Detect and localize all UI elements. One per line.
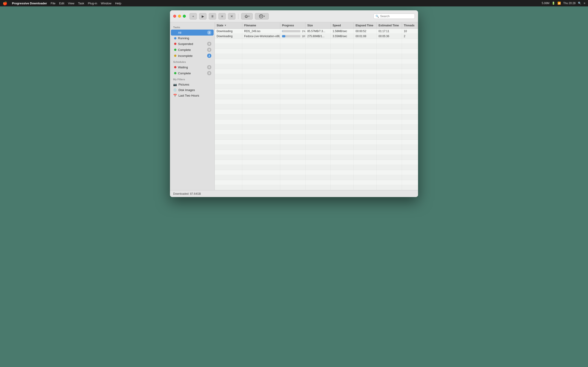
list-button[interactable]: ≡ bbox=[218, 13, 226, 19]
pause-button[interactable]: ⏸ bbox=[209, 13, 216, 19]
menu-edit[interactable]: Edit bbox=[59, 2, 64, 5]
progress-header-label: Progress bbox=[282, 24, 294, 27]
menu-task[interactable]: Task bbox=[78, 2, 84, 5]
filter-disk-images[interactable]: 💿 Disk Images bbox=[170, 87, 215, 93]
sidebar-item-all[interactable]: All 2 bbox=[171, 30, 214, 35]
sidebar-item-complete[interactable]: Complete 0 bbox=[171, 47, 214, 53]
menu-help[interactable]: Help bbox=[115, 2, 121, 5]
progress-bar-container-1 bbox=[282, 35, 300, 37]
cell-estimated-1: 00:05:36 bbox=[377, 34, 402, 39]
sched-complete-dot bbox=[174, 72, 176, 74]
menubar: 🍎 Progressive Downloader File Edit View … bbox=[0, 0, 588, 6]
table-row-empty bbox=[215, 140, 418, 145]
column-estimated[interactable]: Estimated Time bbox=[377, 22, 402, 28]
waiting-badge: 0 bbox=[207, 65, 211, 69]
cell-size-1: 275.80MB/1... bbox=[305, 34, 331, 39]
table-row[interactable]: Downloading Fedora-Live-Workstation-x86_… bbox=[215, 34, 418, 39]
wifi-icon: 📶 bbox=[557, 2, 561, 5]
column-progress[interactable]: Progress bbox=[280, 22, 305, 28]
search-box: 🔍 bbox=[373, 14, 415, 19]
filter-pictures-label: Pictures bbox=[179, 83, 189, 86]
schedules-section-label: Schedules bbox=[170, 59, 215, 64]
table-row-empty bbox=[215, 59, 418, 64]
sidebar-item-incomplete-label: Incomplete bbox=[178, 54, 206, 58]
column-elapsed[interactable]: Elapsed Time bbox=[354, 22, 377, 28]
menu-plugin[interactable]: Plug-in bbox=[88, 2, 97, 5]
column-speed[interactable]: Speed bbox=[331, 22, 354, 28]
speed-limit-button[interactable]: 50 ▾ bbox=[255, 13, 269, 19]
cell-filename-0: RDS_249.iso bbox=[242, 29, 280, 33]
table-row-empty bbox=[215, 130, 418, 135]
status-bar: Downloaded: 87.64GB bbox=[170, 190, 418, 197]
sidebar-item-incomplete[interactable]: Incomplete 2 bbox=[171, 53, 214, 59]
cell-filename-1: Fedora-Live-Workstation-x86_64-23-... bbox=[242, 34, 280, 39]
app-name[interactable]: Progressive Downloader bbox=[12, 2, 47, 5]
table-row[interactable]: Downloading RDS_249.iso 1% 85.57MB/7.3..… bbox=[215, 29, 418, 34]
clock: Thu 20:28 bbox=[563, 2, 576, 5]
remove-button[interactable]: ✕ bbox=[228, 13, 235, 19]
table-row-empty bbox=[215, 115, 418, 119]
main-content: Tasks All 2 Running Suspended 0 Complete… bbox=[170, 22, 418, 190]
pause-icon: ⏸ bbox=[211, 15, 214, 18]
menu-window[interactable]: Window bbox=[101, 2, 111, 5]
last-two-hours-icon: 📅 bbox=[173, 94, 177, 97]
play-button[interactable]: ▶ bbox=[199, 13, 207, 19]
menu-view[interactable]: View bbox=[68, 2, 74, 5]
table-row-empty bbox=[215, 175, 418, 180]
list-icon: ≡ bbox=[221, 15, 223, 18]
complete-dot bbox=[174, 49, 176, 51]
cell-threads-0: 10 bbox=[402, 29, 418, 33]
filter-last-two-hours[interactable]: 📅 Last Two Hours bbox=[170, 93, 215, 98]
column-size[interactable]: Size bbox=[305, 22, 331, 28]
minimize-button[interactable] bbox=[178, 15, 181, 18]
cell-elapsed-1: 00:01:08 bbox=[354, 34, 377, 39]
close-button[interactable] bbox=[173, 15, 176, 18]
progress-text-1: 18% bbox=[302, 35, 305, 38]
battery-icon: 🔋 bbox=[552, 2, 555, 5]
traffic-lights bbox=[173, 15, 186, 18]
apple-menu[interactable]: 🍎 bbox=[3, 1, 7, 6]
search-input[interactable] bbox=[380, 15, 413, 18]
speed-limit-icon: 50 bbox=[259, 14, 263, 18]
column-threads[interactable]: Threads bbox=[402, 22, 418, 28]
menubar-right: 5.08M 🔋 📶 Thu 20:28 🔍 ≡ bbox=[542, 2, 585, 5]
maximize-button[interactable] bbox=[183, 15, 186, 18]
cell-estimated-0: 01:17:11 bbox=[377, 29, 402, 33]
control-center-icon[interactable]: ≡ bbox=[584, 2, 585, 5]
column-filename[interactable]: Filename bbox=[242, 22, 280, 28]
table-row-empty bbox=[215, 165, 418, 170]
estimated-header-label: Estimated Time bbox=[379, 24, 399, 27]
power-button[interactable]: ⏻ ▾ bbox=[241, 13, 253, 19]
cell-threads-1: 2 bbox=[402, 34, 418, 39]
cell-speed-1: 3.55MB/sec bbox=[331, 34, 354, 39]
cell-progress-1: 18% bbox=[280, 34, 305, 39]
sort-arrow-icon: ▼ bbox=[224, 24, 226, 27]
all-badge: 2 bbox=[207, 31, 211, 35]
search-menubar-icon[interactable]: 🔍 bbox=[578, 2, 581, 5]
table-row-empty bbox=[215, 125, 418, 130]
sidebar-item-sched-complete[interactable]: Complete 0 bbox=[171, 70, 214, 76]
all-dot bbox=[174, 31, 176, 34]
table-row-empty bbox=[215, 79, 418, 84]
table-row-empty bbox=[215, 54, 418, 59]
cell-state-1: Downloading bbox=[215, 34, 242, 39]
filter-pictures[interactable]: 📷 Pictures bbox=[170, 82, 215, 87]
tasks-section-label: Tasks bbox=[170, 24, 215, 30]
menu-file[interactable]: File bbox=[51, 2, 55, 5]
progress-bar-container-0 bbox=[282, 30, 300, 32]
sidebar-item-running-label: Running bbox=[178, 36, 211, 40]
table-row-empty bbox=[215, 109, 418, 115]
sidebar-item-suspended[interactable]: Suspended 0 bbox=[171, 41, 214, 47]
column-state[interactable]: State ▼ bbox=[215, 22, 242, 28]
suspended-badge: 0 bbox=[207, 42, 211, 46]
table-row-empty bbox=[215, 180, 418, 185]
sidebar-item-waiting[interactable]: Waiting 0 bbox=[171, 64, 214, 70]
table-row-empty bbox=[215, 160, 418, 165]
add-button[interactable]: + bbox=[190, 13, 197, 19]
sidebar-item-running[interactable]: Running bbox=[171, 35, 214, 41]
sidebar: Tasks All 2 Running Suspended 0 Complete… bbox=[170, 22, 215, 190]
table-header: State ▼ Filename Progress Size Speed Ela… bbox=[215, 22, 418, 29]
power-icon: ⏻ bbox=[245, 15, 248, 18]
power-dropdown-icon: ▾ bbox=[248, 15, 250, 17]
download-speed-indicator: 5.08M bbox=[542, 2, 549, 5]
